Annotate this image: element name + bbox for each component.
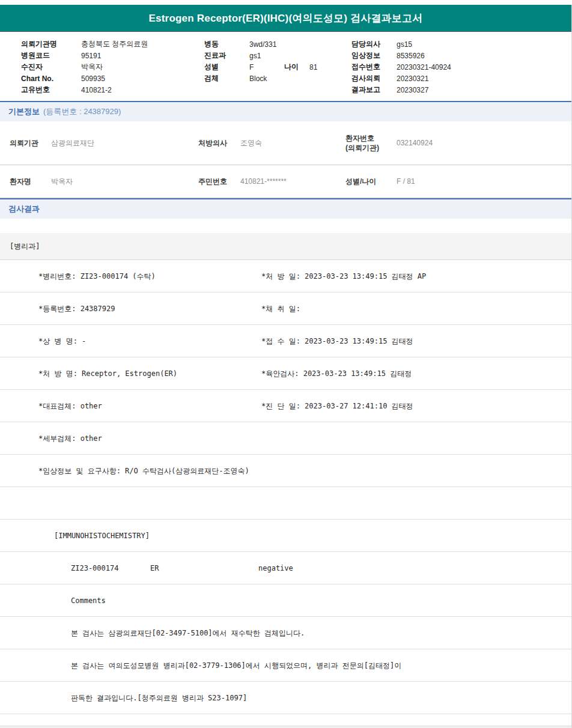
meta-value: F xyxy=(249,63,284,71)
result-left-text: *임상정보 및 요구사항: R/O 수탁검사(삼광의료재단-조영숙) xyxy=(38,466,249,476)
meta-row: 임상정보 8535926 xyxy=(351,50,451,61)
result-right-text: *진 단 일: 2023-03-27 12:41:10 김태정 xyxy=(261,401,413,411)
prescribing-doctor-value: 조영숙 xyxy=(240,138,262,148)
meta-value: 20230327 xyxy=(397,86,428,94)
meta-row: 검사의뢰 20230321 xyxy=(351,73,451,84)
prescribing-doctor-label: 처방의사 xyxy=(198,138,227,148)
report-title: Estrogen Receptor(ER)(IHC)(여의도성모) 검사결과보고… xyxy=(149,11,423,25)
meta-row: 병동 3wd/331 xyxy=(204,38,317,50)
patient-no-value: 032140924 xyxy=(397,139,433,147)
meta-row: 고유번호 410821-2 xyxy=(21,84,148,96)
comment-line-row: 본 검사는 삼광의료재단[02-3497-5100]에서 재수탁한 검체입니다. xyxy=(0,617,571,649)
results-gap xyxy=(0,219,571,233)
referring-org-label: 의뢰기관 xyxy=(10,138,38,148)
result-row-diagnosis-name: *상 병 명: - *접 수 일: 2023-03-23 13:49:15 김태… xyxy=(0,325,571,357)
meta-row: 검체 Block xyxy=(204,73,317,84)
meta-label: 임상정보 xyxy=(351,50,397,61)
result-left-text: *대표검체: other xyxy=(38,401,102,411)
meta-label: 고유번호 xyxy=(21,85,81,95)
meta-label: 담당의사 xyxy=(351,39,397,49)
meta-row: 병원코드 95191 xyxy=(21,50,148,61)
meta-value: 20230321-40924 xyxy=(397,63,451,71)
section-basic-info-subtitle: (등록번호 : 24387929) xyxy=(43,106,121,117)
meta-column-right: 담당의사 gs15 임상정보 8535926 접수번호 20230321-409… xyxy=(351,38,451,96)
meta-label: 접수번호 xyxy=(351,62,397,72)
result-row-main-specimen: *대표검체: other *진 단 일: 2023-03-27 12:41:10… xyxy=(0,390,571,422)
meta-value: 410821-2 xyxy=(81,86,112,94)
meta-value: 8535926 xyxy=(397,52,425,60)
result-right-text: *처 방 일: 2023-03-23 13:49:15 김태정 AP xyxy=(261,271,426,281)
patient-name-value: 박옥자 xyxy=(51,177,73,187)
sex-age-label: 성별/나이 xyxy=(345,177,376,187)
horizontal-scrollbar[interactable] xyxy=(0,726,571,728)
meta-label: 성별 xyxy=(204,62,249,72)
meta-value: 박옥자 xyxy=(81,62,103,72)
ihc-section-header-row: [IMMUNOHISTOCHEMISTRY] xyxy=(0,520,571,552)
test-name: ER xyxy=(150,564,159,572)
department-name: [병리과] xyxy=(10,241,40,252)
meta-row: 의뢰기관명 충청북도 청주의료원 xyxy=(21,38,148,50)
comments-label: Comments xyxy=(71,596,106,605)
report-title-bar: Estrogen Receptor(ER)(IHC)(여의도성모) 검사결과보고… xyxy=(0,5,571,32)
section-basic-info-header: 기본정보 (등록번호 : 24387929) xyxy=(0,101,571,121)
meta-value-age: 81 xyxy=(309,63,317,71)
ihc-section-title: [IMMUNOHISTOCHEMISTRY] xyxy=(54,532,150,540)
meta-label: 수진자 xyxy=(21,62,81,72)
comment-line-row: 본 검사는 여의도성모병원 병리과[02-3779-1306]에서 시행되었으며… xyxy=(0,649,571,682)
comments-label-row: Comments xyxy=(0,584,571,617)
comment-line: 본 검사는 삼광의료재단[02-3497-5100]에서 재수탁한 검체입니다. xyxy=(71,628,305,638)
section-results-header: 검사결과 xyxy=(0,198,571,219)
comment-line: 본 검사는 여의도성모병원 병리과[02-3779-1306]에서 시행되었으며… xyxy=(71,660,401,670)
meta-label: 검사의뢰 xyxy=(351,73,397,83)
meta-row: 수진자 박옥자 xyxy=(21,61,148,73)
patient-no-label-line1: 환자번호 xyxy=(345,134,374,142)
result-row-clinical-info: *임상정보 및 요구사항: R/O 수탁검사(삼광의료재단-조영숙) xyxy=(0,455,571,487)
meta-column-left: 의뢰기관명 충청북도 청주의료원 병원코드 95191 수진자 박옥자 Char… xyxy=(21,38,148,96)
meta-value: Block xyxy=(249,74,267,83)
comment-line-row: 판독한 결과입니다.[청주의료원 병리과 S23-1097] xyxy=(0,682,571,714)
section-results-title: 검사결과 xyxy=(8,204,40,214)
result-left-text: *병리번호: ZI23-000174 (수탁) xyxy=(38,271,156,281)
sex-age-value: F / 81 xyxy=(397,177,415,186)
comment-line: 판독한 결과입니다.[청주의료원 병리과 S23-1097] xyxy=(71,693,247,703)
result-row-order-name: *처 방 명: Receptor, Estrogen(ER) *육안검사: 20… xyxy=(0,357,571,390)
lab-report-page: Estrogen Receptor(ER)(IHC)(여의도성모) 검사결과보고… xyxy=(0,5,572,728)
meta-label: 병동 xyxy=(204,39,249,49)
result-left-text: *세부검체: other xyxy=(38,433,102,443)
meta-row: 담당의사 gs15 xyxy=(351,38,451,50)
result-right-text: *육안검사: 2023-03-23 13:49:15 김태정 xyxy=(261,368,412,378)
result-row-sub-specimen: *세부검체: other xyxy=(0,422,571,455)
spacer-row xyxy=(0,487,571,520)
specimen-code: ZI23-000174 xyxy=(71,564,118,572)
meta-label: 진료과 xyxy=(204,50,249,61)
meta-label: Chart No. xyxy=(21,74,81,83)
meta-value: 95191 xyxy=(81,52,101,60)
meta-value: 20230321 xyxy=(397,74,428,83)
result-left-text: *상 병 명: - xyxy=(38,336,86,346)
result-left-text: *등록번호: 24387929 xyxy=(38,303,115,314)
meta-label-age: 나이 xyxy=(284,62,309,72)
meta-label: 병원코드 xyxy=(21,50,81,61)
meta-value: gs15 xyxy=(397,40,412,49)
meta-column-middle: 병동 3wd/331 진료과 gs1 성별 F 나이 81 검체 Block xyxy=(204,38,317,84)
result-right-text: *채 취 일: xyxy=(261,303,300,314)
resident-no-label: 주민번호 xyxy=(198,177,227,187)
referring-org-value: 삼광의료재단 xyxy=(51,138,94,148)
result-left-text: *처 방 명: Receptor, Estrogen(ER) xyxy=(38,368,177,378)
meta-label: 결과보고 xyxy=(351,85,397,95)
meta-label: 검체 xyxy=(204,73,249,83)
meta-value: 충청북도 청주의료원 xyxy=(81,39,148,49)
meta-value: gs1 xyxy=(249,52,261,60)
test-result: negative xyxy=(258,564,293,572)
result-right-text: *접 수 일: 2023-03-23 13:49:15 김태정 xyxy=(261,336,413,346)
meta-row: 성별 F 나이 81 xyxy=(204,61,317,73)
ihc-result-row: ZI23-000174 ER negative xyxy=(0,552,571,584)
patient-no-label: 환자번호(의뢰기관) xyxy=(345,133,379,153)
report-header-meta: 의뢰기관명 충청북도 청주의료원 병원코드 95191 수진자 박옥자 Char… xyxy=(0,32,571,101)
resident-no-value: 410821-******* xyxy=(240,177,287,186)
meta-label: 의뢰기관명 xyxy=(21,39,81,49)
result-row-pathology-no: *병리번호: ZI23-000174 (수탁) *처 방 일: 2023-03-… xyxy=(0,260,571,293)
section-basic-info-title: 기본정보 xyxy=(8,106,40,117)
meta-value: 509935 xyxy=(81,74,105,83)
meta-row: 접수번호 20230321-40924 xyxy=(351,61,451,73)
